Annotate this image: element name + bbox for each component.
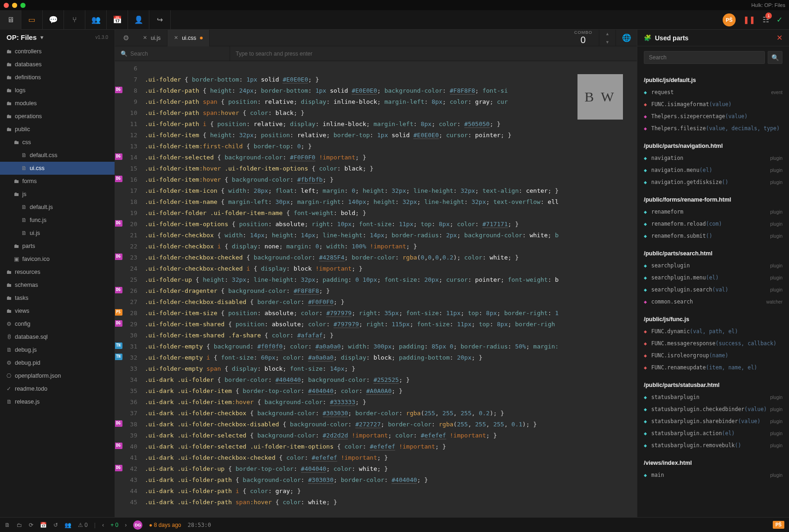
parts-row[interactable]: ◆FUNC.isimageformat(value) <box>644 98 783 110</box>
tree-item-controllers[interactable]: 🖿controllers <box>0 45 115 58</box>
tree-item-debug-pid[interactable]: ⚙debug.pid <box>0 356 115 369</box>
tree-item-js[interactable]: 🖿js <box>0 188 115 201</box>
tree-item-database-sql[interactable]: 🛢database.sql <box>0 330 115 343</box>
sb-folder-icon[interactable]: 🗀 <box>17 522 22 528</box>
group-header[interactable]: /public/js/func.js <box>644 313 783 325</box>
parts-row[interactable]: ◆searchpluginplugin <box>644 260 783 272</box>
parts-row[interactable]: ◆searchplugin.menu(el)plugin <box>644 272 783 284</box>
tree-item-modules[interactable]: 🖿modules <box>0 97 115 110</box>
tree-item-openplatform-json[interactable]: ⎔openplatform.json <box>0 369 115 382</box>
tool-adduser-icon[interactable]: 👤 <box>128 10 149 30</box>
parts-row[interactable]: ◆renameform.reload(com)plugin <box>644 218 783 230</box>
group-header[interactable]: /public/js/default.js <box>644 74 783 86</box>
tree-item-forms[interactable]: 🖿forms <box>0 175 115 188</box>
tree-item-css[interactable]: 🖿css <box>0 136 115 149</box>
settings-icon[interactable]: ⚙ <box>115 34 136 42</box>
tree-item-ui-css[interactable]: 🗎ui.css <box>0 162 115 175</box>
tree-item-parts[interactable]: 🖿parts <box>0 240 115 253</box>
group-header[interactable]: /public/forms/rename-form.html <box>644 194 783 206</box>
parts-row[interactable]: ◆statusbarplugin.checkedbinder(value)plu… <box>644 403 783 415</box>
parts-row[interactable]: ◆renameform.submit()plugin <box>644 230 783 242</box>
parts-row[interactable]: ◆FUNC.renameupdate(item, name, el) <box>644 361 783 374</box>
tool-users-icon[interactable]: 👥 <box>85 10 107 30</box>
parts-row[interactable]: ◆navigationplugin <box>644 152 783 164</box>
tree-item-default-css[interactable]: 🗎default.css <box>0 149 115 162</box>
sb-prev[interactable]: ‹ <box>102 522 104 528</box>
group-header[interactable]: /public/parts/navigation.html <box>644 140 783 152</box>
maximize-window[interactable] <box>20 3 26 8</box>
tree-item-favicon-ico[interactable]: ▣favicon.ico <box>0 253 115 266</box>
tree-item-views[interactable]: 🖿views <box>0 304 115 317</box>
sb-user-pill[interactable]: PŠ <box>773 521 784 529</box>
tool-book-icon[interactable]: ▭ <box>21 10 43 30</box>
sb-file-icon[interactable]: 🗎 <box>5 522 10 528</box>
tool-branch-icon[interactable]: ⑂ <box>64 10 85 30</box>
parts-row[interactable]: ◆statusbarplugin.action(el)plugin <box>644 427 783 439</box>
tree-item-tasks[interactable]: 🖿tasks <box>0 291 115 304</box>
parts-row[interactable]: ◆statusbarplugin.removebulk()plugin <box>644 439 783 451</box>
tree-item-public[interactable]: 🖿public <box>0 123 115 136</box>
sb-next[interactable]: › <box>125 522 127 528</box>
project-dropdown-icon[interactable]: ▾ <box>40 34 44 41</box>
editor-search[interactable]: 🔍 Search <box>115 46 230 61</box>
tool-monitor-icon[interactable]: 🖥 <box>0 10 21 30</box>
tree-item-databases[interactable]: 🖿databases <box>0 58 115 71</box>
tree-item-release-js[interactable]: 🗎release.js <box>0 395 115 408</box>
tree-item-default-js[interactable]: 🗎default.js <box>0 201 115 214</box>
parts-row[interactable]: ◆FUNC.isroleorgroup(name) <box>644 349 783 361</box>
minimize-window[interactable] <box>12 3 17 8</box>
sb-history-icon[interactable]: ↺ <box>53 522 58 528</box>
group-header[interactable]: /public/parts/search.html <box>644 247 783 260</box>
check-icon[interactable]: ✓ <box>776 15 783 24</box>
tree-item-ui-js[interactable]: 🗎ui.js <box>0 227 115 240</box>
code-content[interactable]: .ui-folder { border-bottom: 1px solid #E… <box>141 61 637 517</box>
parts-row[interactable]: ◆statusbarpluginplugin <box>644 391 783 403</box>
tool-chat-icon[interactable]: 💬 <box>43 10 64 30</box>
sb-calendar-icon[interactable]: 📅 <box>40 522 47 528</box>
tree-item-readme-todo[interactable]: ✓readme.todo <box>0 382 115 395</box>
close-tab-icon[interactable]: ✕ <box>174 35 178 41</box>
editor-type-search[interactable]: Type to search and press enter <box>230 46 637 61</box>
parts-search-button[interactable]: 🔍 <box>768 51 783 64</box>
parts-row[interactable]: ◆searchplugin.search(val)plugin <box>644 284 783 296</box>
parts-row[interactable]: ◆FUNC.dynamic(val, path, el) <box>644 325 783 337</box>
nav-arrows[interactable]: ▲▼ <box>599 30 616 46</box>
close-window[interactable] <box>4 3 9 8</box>
tree-item-schemas[interactable]: 🖿schemas <box>0 279 115 291</box>
parts-row[interactable]: ◆renameformplugin <box>644 206 783 218</box>
tree-item-logs[interactable]: 🖿logs <box>0 84 115 97</box>
globe-icon[interactable]: 🌐 <box>616 30 637 46</box>
tool-logout-icon[interactable]: ↪ <box>149 10 171 30</box>
parts-row[interactable]: ◆common.searchwatcher <box>644 296 783 308</box>
avatar[interactable]: PŠ <box>723 13 736 26</box>
parts-search-input[interactable] <box>644 51 765 64</box>
tab-ui-css[interactable]: ✕ui.css <box>167 30 210 46</box>
tab-ui-js[interactable]: ✕ui.js <box>136 30 167 46</box>
tree-item-resources[interactable]: 🖿resources <box>0 266 115 279</box>
close-panel-icon[interactable]: ✕ <box>776 33 783 42</box>
group-header[interactable]: /views/index.html <box>644 457 783 469</box>
sb-users-icon[interactable]: 👥 <box>64 522 71 528</box>
group-header[interactable]: /public/parts/statusbar.html <box>644 379 783 391</box>
sb-plus[interactable]: + 0 <box>110 522 118 528</box>
sb-avatar[interactable]: DG <box>133 520 142 530</box>
parts-row[interactable]: ◆FUNC.messageresponse(success, callback) <box>644 337 783 349</box>
parts-row[interactable]: ◆statusbarplugin.sharebinder(value)plugi… <box>644 415 783 427</box>
parts-row[interactable]: ◆mainplugin <box>644 469 783 481</box>
sb-warnings[interactable]: ⚠ 0 <box>78 522 88 528</box>
tasks-icon[interactable]: ☷1 <box>763 15 769 24</box>
tree-item-func-js[interactable]: 🗎func.js <box>0 214 115 227</box>
tree-item-config[interactable]: ⚙config <box>0 317 115 330</box>
pause-icon[interactable]: ❚❚ <box>743 15 755 24</box>
tool-calendar-icon[interactable]: 📅 <box>107 10 128 30</box>
close-tab-icon[interactable]: ✕ <box>143 35 147 41</box>
parts-row[interactable]: ◆navigation.menu(el)plugin <box>644 164 783 176</box>
parts-row[interactable]: ◆Thelpers.filesize(value, decimals, type… <box>644 122 783 134</box>
parts-row[interactable]: ◆Thelpers.sizepercentage(value) <box>644 110 783 122</box>
sb-refresh-icon[interactable]: ⟳ <box>29 522 33 528</box>
tree-item-debug-js[interactable]: 🗎debug.js <box>0 343 115 356</box>
tree-item-definitions[interactable]: 🖿definitions <box>0 71 115 84</box>
parts-row[interactable]: ◆requestevent <box>644 86 783 98</box>
parts-row[interactable]: ◆navigation.getdisksize()plugin <box>644 176 783 188</box>
tree-item-operations[interactable]: 🖿operations <box>0 110 115 123</box>
